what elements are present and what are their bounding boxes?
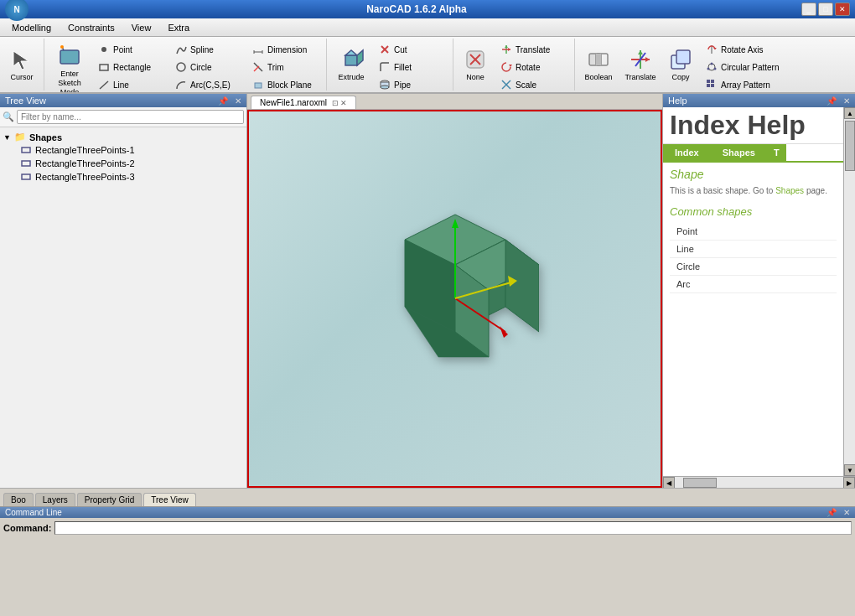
cursor-icon <box>8 46 35 73</box>
close-button[interactable]: ✕ <box>835 3 850 16</box>
svg-marker-29 <box>505 45 508 48</box>
block-plane-button[interactable]: Block Plane <box>247 76 323 93</box>
dock-icon[interactable]: ⊡ <box>332 99 339 107</box>
help-hscroll-thumb[interactable] <box>683 478 717 488</box>
document-tab[interactable]: NewFile1.naroxml ⊡ ✕ <box>251 96 356 109</box>
line-label: Line <box>113 80 129 90</box>
maximize-button[interactable]: □ <box>818 3 833 16</box>
tree-root-item[interactable]: ▼ 📁 Shapes <box>3 131 243 143</box>
extrude-button[interactable]: Extrude <box>330 40 372 87</box>
none-button[interactable]: None <box>457 40 494 87</box>
svg-rect-53 <box>711 84 714 87</box>
help-panel-title: Help <box>668 96 687 106</box>
tree-content: ▼ 📁 Shapes RectangleThreePoints-1 Rectan… <box>0 127 246 488</box>
point-button[interactable]: Point <box>93 41 168 58</box>
enter-sketch-button[interactable]: Enter SketchMode <box>48 40 91 94</box>
tree-item-2[interactable]: RectangleThreePoints-2 <box>3 157 243 170</box>
tab-property-grid[interactable]: Property Grid <box>77 493 142 506</box>
cmd-input[interactable] <box>54 521 852 535</box>
minimize-button[interactable]: _ <box>801 3 816 16</box>
tree-item-1[interactable]: RectangleThreePoints-1 <box>3 143 243 157</box>
help-list-item-line[interactable]: Line <box>670 241 837 258</box>
menu-extra[interactable]: Extra <box>159 21 198 34</box>
tree-search-input[interactable] <box>17 110 244 124</box>
translate-tool-label: Translate <box>624 73 656 82</box>
help-body: Shape This is a basic shape. Go to Shape… <box>663 163 843 476</box>
boolean-button[interactable]: Boolean <box>578 40 619 87</box>
tree-panel-title: Tree View <box>5 96 46 106</box>
help-hscrollbar: ◀ ▶ <box>663 476 855 488</box>
spline-label: Spline <box>190 45 214 54</box>
arc-button[interactable]: Arc(C,S,E) <box>170 76 246 93</box>
tree-item-2-label: RectangleThreePoints-2 <box>35 158 135 168</box>
menu-constraints[interactable]: Constraints <box>60 21 123 34</box>
tab-layers[interactable]: Layers <box>35 493 75 506</box>
help-list-item-circle[interactable]: Circle <box>670 258 837 276</box>
gizmo-scale-button[interactable]: Scale <box>495 76 571 93</box>
trim-button[interactable]: Trim <box>247 59 323 75</box>
trim-label: Trim <box>267 63 284 72</box>
rectangle-label: Rectangle <box>113 63 151 72</box>
help-tab-shapes[interactable]: Shapes <box>711 144 767 161</box>
help-panel-close[interactable]: ✕ <box>843 96 850 106</box>
bottom-tabs: Boo Layers Property Grid Tree View <box>0 488 855 506</box>
tree-panel-close[interactable]: ✕ <box>235 96 241 106</box>
rect-icon-2 <box>20 158 32 169</box>
help-scroll-up[interactable]: ▲ <box>844 107 855 119</box>
ribbon-cursor-section: Cursor <box>0 39 44 91</box>
svg-marker-67 <box>500 326 508 338</box>
rotate-axis-button[interactable]: Rotate Axis <box>701 41 783 58</box>
ribbon-sketch-section: Enter SketchMode Point Spline <box>44 39 327 91</box>
svg-marker-31 <box>509 65 512 67</box>
gizmo-rotate-button[interactable]: Rotate <box>495 59 571 75</box>
help-scroll-down[interactable]: ▼ <box>844 464 855 476</box>
circular-pattern-icon <box>705 60 718 74</box>
menu-modelling[interactable]: Modelling <box>3 21 60 34</box>
spline-button[interactable]: Spline <box>170 41 246 58</box>
circular-pattern-button[interactable]: Circular Pattern <box>701 59 783 75</box>
gizmo-translate-button[interactable]: Translate <box>495 41 571 58</box>
tree-panel-pin[interactable]: 📌 <box>218 96 228 106</box>
menu-view[interactable]: View <box>123 21 160 34</box>
gizmo-scale-label: Scale <box>516 80 536 90</box>
line-button[interactable]: Line <box>93 76 168 93</box>
circle-button[interactable]: Circle <box>170 59 246 75</box>
help-scroll-thumb[interactable] <box>845 121 855 171</box>
extrude-icon <box>338 46 365 73</box>
shapes-link[interactable]: Shapes <box>775 186 804 195</box>
help-hscroll-right[interactable]: ▶ <box>843 477 855 488</box>
svg-marker-40 <box>638 50 643 54</box>
fillet-button[interactable]: Fillet <box>374 59 449 75</box>
pipe-button[interactable]: Pipe <box>374 76 449 93</box>
tree-item-3[interactable]: RectangleThreePoints-3 <box>3 170 243 184</box>
title-bar: N NaroCAD 1.6.2 Alpha _ □ ✕ <box>0 0 855 18</box>
tab-tree-view[interactable]: Tree View <box>143 493 195 506</box>
viewport[interactable] <box>247 110 662 488</box>
array-pattern-button[interactable]: Array Pattern <box>701 76 783 93</box>
dimension-label: Dimension <box>267 45 307 54</box>
help-tab-t[interactable]: T <box>767 144 786 161</box>
cmd-pin[interactable]: 📌 <box>826 508 837 517</box>
dimension-button[interactable]: Dimension <box>247 41 323 58</box>
svg-marker-15 <box>345 50 357 55</box>
help-hscroll-left[interactable]: ◀ <box>663 477 675 488</box>
help-tab-index[interactable]: Index <box>663 144 711 161</box>
help-panel-pin[interactable]: 📌 <box>826 96 837 106</box>
svg-rect-13 <box>255 83 262 88</box>
tab-boo[interactable]: Boo <box>3 493 34 506</box>
cut-button[interactable]: Cut <box>374 41 449 58</box>
help-tabs: Index Shapes T <box>663 144 843 163</box>
cursor-button[interactable]: Cursor <box>3 40 40 87</box>
svg-point-49 <box>707 68 710 70</box>
cmd-close[interactable]: ✕ <box>843 508 850 517</box>
close-doc-icon[interactable]: ✕ <box>340 99 347 107</box>
main-content: Tree View 📌 ✕ 🔍 ▼ 📁 Shapes RectangleThre… <box>0 94 855 488</box>
help-list-item-arc[interactable]: Arc <box>670 276 837 293</box>
copy-button[interactable]: Copy <box>662 40 699 87</box>
menu-bar: Modelling Constraints View Extra <box>0 18 855 37</box>
help-scroll-track <box>844 119 855 464</box>
translate-tool-button[interactable]: Translate <box>620 40 661 87</box>
rectangle-button[interactable]: Rectangle <box>93 59 168 75</box>
rectangle-icon <box>97 60 111 74</box>
help-list-item-point[interactable]: Point <box>670 223 837 241</box>
